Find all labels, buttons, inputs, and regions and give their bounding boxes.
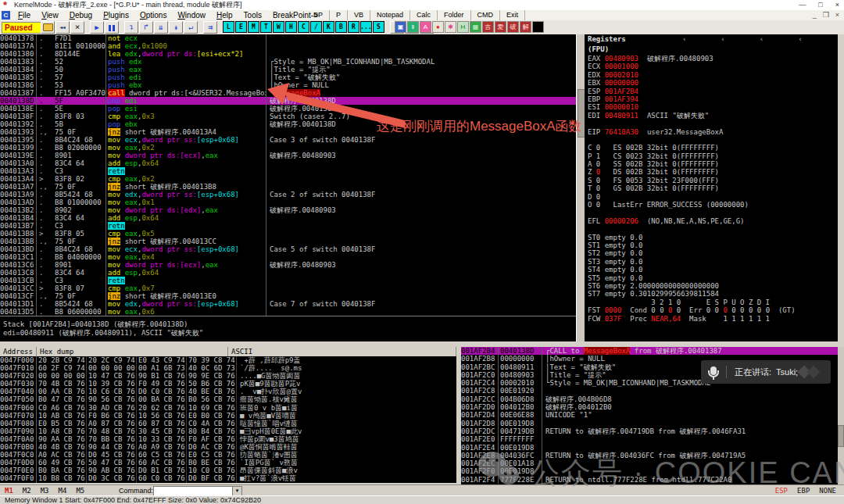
stack-row[interactable]: 001AF2EC00E01A18 [461, 459, 838, 467]
run-icon[interactable]: ▶ [90, 21, 104, 34]
toolbar-letter-t[interactable]: T [260, 21, 272, 33]
toolbar-letter-w[interactable]: W [273, 21, 284, 33]
stack-row[interactable]: 001AF2C800E01920 [461, 387, 838, 395]
chevron-down-icon[interactable]: ▼ [232, 487, 241, 495]
register-line[interactable]: ST0 empty 0.0 [588, 234, 841, 241]
disasm-row[interactable]: 00401378.F7D1not ecx [0, 34, 576, 42]
disasm-row[interactable]: 00401387.FF15 A0F3470call dword ptr ds:[… [0, 89, 576, 97]
registers-scroll-strip[interactable] [838, 34, 844, 341]
menu-item-help[interactable]: Help [211, 10, 238, 20]
disassembly-pane[interactable]: 00401378.F7D1not ecx0040137A.81E1 001000… [0, 34, 576, 316]
step-over-icon[interactable]: ↱ [139, 21, 153, 34]
register-line[interactable]: ST3 empty 0.0 [588, 258, 841, 266]
disasm-row[interactable]: 0040138F.83F8 03cmp eax,0x3Switch (cases… [0, 113, 576, 120]
toolbar-letter-x[interactable]: / [310, 21, 322, 33]
jump-label-esp[interactable]: ESP [775, 485, 788, 496]
cpu-window-icon[interactable]: C [2, 11, 10, 20]
disasm-row[interactable]: 004013A9.8B5424 68mov edx,dword ptr ss:[… [0, 191, 576, 198]
register-line[interactable]: ST5 empty 0.0 [588, 274, 841, 282]
disasm-row[interactable]: 004013BB.,75 0Fjnz short 破解程序.004013CC [0, 238, 576, 245]
memory-tab-m2[interactable]: M2 [18, 485, 36, 496]
disasm-row[interactable]: 004013B4.83C4 64add esp,0x64 [0, 214, 576, 222]
register-line[interactable]: ESP 001AF2B4 [588, 88, 841, 95]
register-line[interactable]: C 0 ES 002B 32bit 0(FFFFFFFF) [588, 144, 841, 152]
register-line[interactable]: D 0 [588, 193, 841, 201]
jump-label-none[interactable]: NONE [819, 485, 836, 496]
step-into-icon[interactable]: ↴ [124, 21, 138, 34]
quick-button-p[interactable]: P [330, 10, 348, 20]
dump-row[interactable]: 0047F080E0 B5 CB 76A0 87 CB 7660 87 CB 7… [0, 420, 456, 427]
disasm-row[interactable]: 00401380.8D144Elea edx,dword ptr ds:[esi… [0, 50, 576, 58]
register-line[interactable]: FCW 037F Prec NEAR,64 Mask 1 1 1 1 1 1 [588, 315, 841, 323]
plugin-record-icon[interactable]: ● [432, 21, 444, 33]
register-line[interactable]: EDI 00480911 ASCII "破解失败" [588, 112, 841, 120]
dump-row[interactable]: 0047F0E0B0 BA CB 7690 AB CB 76D0 B1 CB 7… [0, 466, 456, 474]
jump-label-ebp[interactable]: EBP [797, 485, 810, 496]
quick-button-folder[interactable]: Folder [438, 10, 471, 20]
minimize-icon[interactable]: — [799, 0, 806, 10]
toolbar-letter-c[interactable]: C [298, 21, 309, 33]
animate-over-icon[interactable]: ↡ [169, 21, 183, 34]
disasm-row[interactable]: 004013BD.8B4C24 68mov ecx,dword ptr ss:[… [0, 245, 576, 253]
disasm-row[interactable]: 004013CC>83F8 07cmp eax,0x7 [0, 284, 576, 292]
dump-row[interactable]: 0047F060C0 A6 CB 7630 AD CB 7620 62 CB 7… [0, 404, 456, 412]
register-line[interactable]: ST4 empty 0.0 [588, 266, 841, 273]
stack-row[interactable]: 001AF2B40040138D┌CALL to MessageBoxA fro… [461, 347, 838, 355]
plugin-ai-icon[interactable]: 爱 [495, 21, 506, 33]
disasm-row[interactable]: 00401393.,75 0Fjnz short 破解程序.004013A4 [0, 128, 576, 136]
mdi-restore-icon[interactable]: ❒ [823, 10, 829, 20]
plugin-h-icon[interactable]: H [457, 21, 469, 33]
memory-tab-m1[interactable]: M1 [0, 485, 18, 496]
register-line[interactable]: ST1 empty 0.0 [588, 241, 841, 249]
dump-row[interactable]: 0047F09010 A8 CB 7670 48 CB 7630 45 CB 7… [0, 427, 456, 435]
register-line[interactable]: EBP 001AF394 [588, 95, 841, 103]
stack-row[interactable]: 001AF2E0FFFFFFFF [461, 435, 838, 443]
toolbar-letter-e[interactable]: E [235, 21, 247, 33]
dump-row[interactable]: 0047F03070 4B CB 7610 39 CB 76F0 49 CB 7… [0, 380, 456, 388]
disasm-row[interactable]: 00401392.5Bpop ebx破解程序.0040138D [0, 120, 576, 128]
register-line[interactable]: T 0 GS 002B 32bit 0(FFFFFFFF) [588, 184, 841, 192]
dump-row[interactable]: 0047F04000 AA CB 7610 C6 CB 76D0 C0 CB 7… [0, 388, 456, 395]
memory-tab-m3[interactable]: M3 [36, 485, 54, 496]
plugin-black-icon[interactable] [532, 21, 544, 33]
disasm-row[interactable]: 004013A0.83C4 64add esp,0x64 [0, 159, 576, 167]
disasm-row[interactable]: 004013AD.B8 01000000mov eax,0x1 [0, 198, 576, 206]
plugin-blue-icon[interactable]: ▣ [395, 21, 406, 33]
quick-button-exit[interactable]: Exit [500, 10, 525, 20]
disasm-row[interactable]: 004013B7.C3retn [0, 222, 576, 230]
register-line[interactable]: EAX 00480903 破解程序.00480903 [588, 55, 841, 63]
plugin-screen-icon[interactable]: ▦ [470, 21, 481, 33]
disasm-row[interactable]: 004013A7.,75 0Fjnz short 破解程序.004013B8 [0, 183, 576, 191]
quick-button-notepad[interactable]: Notepad [370, 10, 410, 20]
dump-row[interactable]: 0047F0D060 49 CB 7650 47 CB 7660 AC CB 7… [0, 459, 456, 466]
stack-row[interactable]: 001AF2DC004719DBRETURN to 破解程序.004719DB … [461, 427, 838, 435]
memory-tab-m5[interactable]: M5 [71, 485, 89, 496]
plugin-pink-a-icon[interactable]: A [420, 21, 431, 33]
pause-icon[interactable] [105, 21, 119, 34]
register-line[interactable]: EFL 00000206 (NO,NB,NE,A,NS,PE,GE,G) [588, 217, 841, 225]
disasm-row[interactable]: 004013B8>83F8 05cmp eax,0x5 [0, 230, 576, 238]
toolbar-letter-s[interactable]: S [373, 21, 384, 33]
disasm-row[interactable]: 004013C1.B8 04000000mov eax,0x4 [0, 253, 576, 261]
register-line[interactable]: ST2 empty 0.0 [588, 249, 841, 257]
toolbar-letter-xxx[interactable]: ... [360, 21, 372, 33]
stack-row[interactable]: 001AF2F000E019D8 [461, 467, 838, 475]
disasm-row[interactable]: 00401399.B8 02000000mov eax,0x2 [0, 144, 576, 152]
toolbar-letter-m[interactable]: M [248, 21, 259, 33]
close-process-icon[interactable]: × [70, 21, 84, 34]
register-line[interactable]: EBX 00000000 [588, 79, 841, 87]
unfold-icon[interactable]: ‹ [798, 35, 802, 43]
registers-pane[interactable]: Registers (FPU) ‹‹‹‹‹ EAX 00480903 破解程序.… [585, 34, 841, 341]
disasm-row[interactable]: 004013A3.C3retn [0, 167, 576, 175]
menu-item-tools[interactable]: Tools [238, 10, 267, 20]
dump-row[interactable]: 0047F07010 AB CB 76F0 B6 CB 7610 56 CB 7… [0, 412, 456, 420]
stack-scrollbar[interactable] [838, 347, 844, 484]
execute-till-return-icon[interactable]: ↵ [184, 21, 198, 34]
disasm-row[interactable]: 004013C6.8901mov dword ptr ds:[ecx],eax破… [0, 261, 576, 269]
plugin-flower-icon[interactable]: ✱ [445, 21, 456, 33]
stack-row[interactable]: 001AF2D800E019D8 [461, 420, 838, 427]
register-line[interactable]: S 0 FS 0053 32bit 23F000(FFF) [588, 177, 841, 184]
restart-icon[interactable]: ◀◀ [55, 21, 70, 34]
register-line[interactable]: A 0 SS 002B 32bit 0(FFFFFFFF) [588, 160, 841, 168]
disasm-row[interactable]: 00401383.52push edx┌Style = MB_OK|MB_ICO… [0, 58, 576, 66]
